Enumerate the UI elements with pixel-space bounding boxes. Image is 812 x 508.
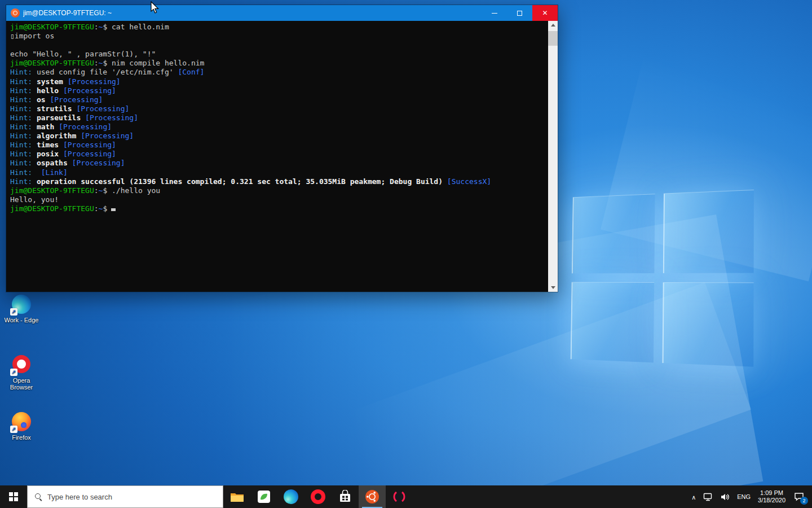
search-icon <box>34 493 42 501</box>
scroll-up-arrow-icon[interactable] <box>548 21 558 29</box>
windows-logo-pane <box>571 282 654 363</box>
desktop-icon-label: Firefox <box>0 434 43 441</box>
taskbar-app-opera[interactable] <box>304 485 332 508</box>
windows-start-icon <box>9 492 18 501</box>
opera-gx-icon <box>392 489 407 504</box>
shortcut-arrow-icon: ➚ <box>10 426 17 433</box>
terminal-cursor <box>111 208 116 211</box>
shortcut-arrow-icon: ➚ <box>10 369 17 376</box>
terminal-line: jim@DESKTOP-9TFTEGU:~$ ./hello you <box>10 186 548 195</box>
terminal-line: Hint: parseutils [Processing] <box>10 113 548 122</box>
action-center-button[interactable]: 2 <box>793 491 805 503</box>
terminal-line: echo "Hello, " , paramStr(1), "!" <box>10 50 548 59</box>
opera-icon <box>311 489 325 504</box>
taskbar-app-opera-gx[interactable] <box>386 485 413 508</box>
terminal-line: Hint: math [Processing] <box>10 122 548 132</box>
terminal-line: Hint: algorithm [Processing] <box>10 132 548 141</box>
desktop-icon-label: Work - Edge <box>0 317 43 323</box>
maximize-button[interactable] <box>507 5 532 21</box>
taskbar-app-edge[interactable] <box>277 485 304 508</box>
microsoft-store-icon <box>339 490 351 503</box>
volume-icon[interactable] <box>720 493 730 501</box>
desktop-icon-label: Opera Browser <box>6 377 37 391</box>
clock-date: 3/18/2020 <box>758 497 785 504</box>
minimize-button[interactable] <box>482 5 507 21</box>
terminal-line: Hello, you! <box>10 195 548 204</box>
scrollbar-thumb[interactable] <box>548 31 558 46</box>
terminal-line: Hint: os [Processing] <box>10 95 548 104</box>
search-input[interactable]: Type here to search <box>27 485 223 508</box>
ubuntu-app-icon <box>11 8 20 17</box>
edge-icon <box>284 489 298 504</box>
ubuntu-icon <box>365 489 379 504</box>
terminal-line: jim@DESKTOP-9TFTEGU:~$ <box>10 204 548 213</box>
file-explorer-icon <box>230 492 244 502</box>
terminal-line: Hint: times [Processing] <box>10 141 548 150</box>
taskbar-clock[interactable]: 1:09 PM 3/18/2020 <box>758 489 785 504</box>
terminal-line: Hint: hello [Processing] <box>10 86 548 95</box>
terminal-line: Hint: posix [Processing] <box>10 150 548 159</box>
green-app-icon <box>257 490 271 503</box>
taskbar-app-ubuntu-terminal[interactable] <box>359 485 386 508</box>
taskbar-app-file-explorer[interactable] <box>223 485 250 508</box>
terminal-line: jim@DESKTOP-9TFTEGU:~$ nim compile hello… <box>10 59 548 68</box>
terminal-line: ▯import os <box>10 32 548 41</box>
windows-logo-pane <box>663 190 754 273</box>
terminal-titlebar[interactable]: jim@DESKTOP-9TFTEGU: ~ ✕ <box>6 5 558 21</box>
close-button[interactable]: ✕ <box>532 5 558 21</box>
terminal-line: Hint: ospaths [Processing] <box>10 159 548 168</box>
desktop-icon-firefox[interactable]: ➚ Firefox <box>0 412 43 441</box>
terminal-line <box>10 41 548 50</box>
network-icon[interactable] <box>703 493 713 501</box>
start-button[interactable] <box>0 485 27 508</box>
taskbar-app-store[interactable] <box>332 485 359 508</box>
desktop-icon-edge[interactable]: ➚ Work - Edge <box>0 295 43 323</box>
terminal-window[interactable]: jim@DESKTOP-9TFTEGU: ~ ✕ jim@DESKTOP-9TF… <box>6 5 558 292</box>
clock-time: 1:09 PM <box>758 489 785 497</box>
show-hidden-icons-chevron[interactable]: ∧ <box>691 494 696 501</box>
terminal-line: Hint: system [Processing] <box>10 77 548 86</box>
terminal-line: jim@DESKTOP-9TFTEGU:~$ cat hello.nim <box>10 23 548 32</box>
terminal-line: Hint: operation successful (21396 lines … <box>10 177 548 186</box>
scroll-down-arrow-icon[interactable] <box>548 283 558 292</box>
windows-logo-pane <box>663 282 754 367</box>
terminal-output[interactable]: jim@DESKTOP-9TFTEGU:~$ cat hello.nim▯imp… <box>6 21 548 292</box>
search-placeholder: Type here to search <box>47 493 112 501</box>
notification-badge: 2 <box>800 497 808 505</box>
terminal-line: Hint: used config file '/etc/nim.cfg' [C… <box>10 68 548 77</box>
terminal-scrollbar[interactable] <box>548 21 558 292</box>
scrollbar-track[interactable] <box>548 29 558 283</box>
terminal-line: Hint: [Link] <box>10 168 548 177</box>
taskbar: Type here to search <box>0 485 812 508</box>
system-tray: ∧ ENG 1:09 PM 3/18/2020 2 <box>691 485 812 508</box>
desktop-icon-opera[interactable]: ➚ Opera Browser <box>0 354 43 391</box>
terminal-body[interactable]: jim@DESKTOP-9TFTEGU:~$ cat hello.nim▯imp… <box>6 21 558 292</box>
taskbar-app-green[interactable] <box>250 485 277 508</box>
language-indicator[interactable]: ENG <box>737 493 751 500</box>
shortcut-arrow-icon: ➚ <box>10 308 17 316</box>
windows-logo-wallpaper <box>571 190 754 367</box>
windows-logo-pane <box>572 194 655 273</box>
window-title: jim@DESKTOP-9TFTEGU: ~ <box>23 9 482 17</box>
terminal-line: Hint: strutils [Processing] <box>10 104 548 113</box>
